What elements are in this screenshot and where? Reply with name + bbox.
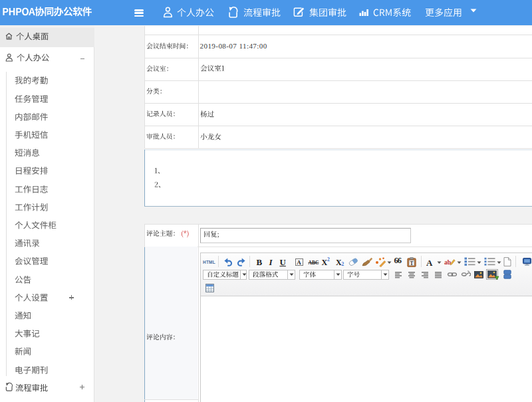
svg-text:T: T	[410, 260, 413, 266]
svg-text:ab: ab	[444, 259, 451, 266]
